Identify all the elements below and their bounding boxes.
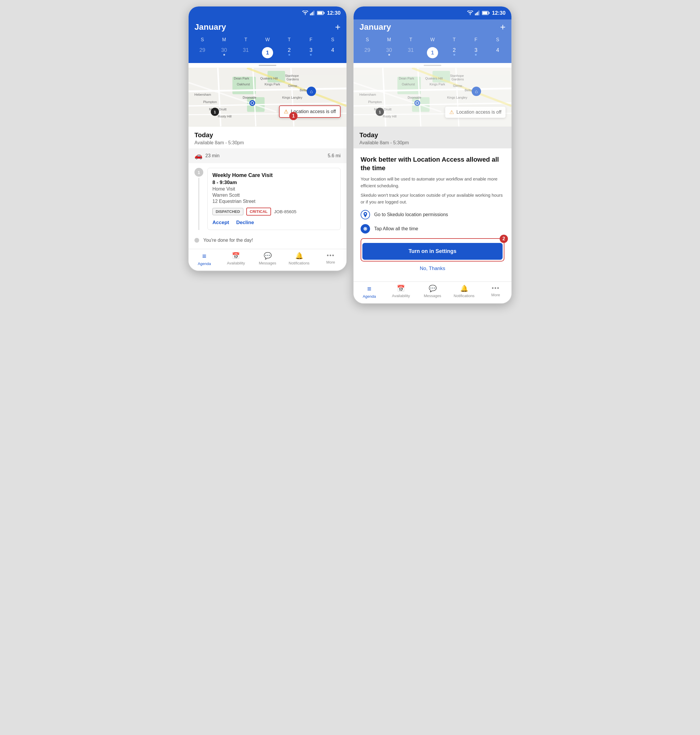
- more-icon: •••: [327, 252, 335, 259]
- svg-point-39: [251, 102, 253, 104]
- svg-text:Oakhurst: Oakhurst: [402, 82, 415, 86]
- battery-icon: [317, 11, 325, 15]
- badge-2: 2: [500, 235, 508, 243]
- day-s1: S: [191, 36, 213, 44]
- status-icons-right: [467, 10, 490, 15]
- availability-left: Available 8am - 5:30pm: [194, 140, 341, 145]
- status-icons-left: [302, 10, 325, 15]
- more-icon-right: •••: [492, 285, 500, 292]
- availability-icon-right: 📅: [397, 285, 405, 292]
- battery-icon-right: [482, 11, 490, 15]
- nav-notifications[interactable]: 🔔 Notifications: [284, 252, 315, 266]
- date-2[interactable]: 2: [278, 45, 300, 60]
- calendar-dates-left: 29 30 31 1 2 3 4: [191, 45, 344, 60]
- no-thanks-button[interactable]: No, Thanks: [360, 261, 504, 276]
- svg-rect-3: [313, 10, 314, 15]
- svg-text:Oakhurst: Oakhurst: [237, 82, 250, 86]
- done-dot: [194, 238, 199, 243]
- job-timeline: 1 Weekly Home Care Visit 8 - 9:30am Home…: [188, 163, 347, 235]
- agenda-icon: ≡: [202, 252, 206, 260]
- agenda-icon-right: ≡: [368, 285, 372, 293]
- nav-messages[interactable]: 💬 Messages: [251, 252, 283, 266]
- date-4[interactable]: 4: [322, 45, 344, 60]
- day-t2: T: [278, 36, 300, 44]
- availability-icon: 📅: [232, 252, 240, 260]
- svg-text:Stanhope: Stanhope: [285, 74, 299, 78]
- date-29[interactable]: 29: [191, 45, 213, 60]
- date-r-31: 31: [400, 45, 422, 60]
- nav-availability[interactable]: 📅 Availability: [220, 252, 251, 266]
- app-header-right: January +: [353, 19, 512, 36]
- day-m: M: [213, 36, 235, 44]
- svg-text:Quakers Hill: Quakers Hill: [425, 76, 443, 80]
- svg-text:Glenw..: Glenw..: [288, 84, 299, 88]
- today-section-left: Today Available 8am - 5:30pm: [188, 127, 347, 148]
- nav-agenda-right[interactable]: ≡ Agenda: [353, 285, 385, 299]
- drive-duration: 23 min: [205, 153, 219, 158]
- location-tooltip-right: ⚠ Location access is off: [445, 107, 506, 118]
- svg-rect-0: [310, 13, 311, 15]
- svg-text:Kings Park: Kings Park: [429, 82, 445, 86]
- map-section-left: Hebersham Plumpton Mount Druitt Rooty Hi…: [188, 68, 347, 127]
- svg-text:⌂: ⌂: [475, 89, 478, 94]
- svg-point-81: [365, 228, 366, 230]
- svg-rect-42: [477, 12, 478, 15]
- time-left: 12:30: [327, 10, 341, 16]
- map-svg: Hebersham Plumpton Mount Druitt Rooty Hi…: [188, 68, 347, 127]
- nav-agenda[interactable]: ≡ Agenda: [188, 252, 220, 266]
- svg-rect-6: [324, 12, 324, 14]
- svg-text:Kings Langley: Kings Langley: [282, 96, 303, 99]
- bottom-nav-right: ≡ Agenda 📅 Availability 💬 Messages 🔔 Not…: [353, 282, 512, 303]
- nav-notifications-right[interactable]: 🔔 Notifications: [449, 285, 480, 299]
- car-icon: 🚗: [194, 152, 202, 160]
- nav-availability-label: Availability: [227, 261, 245, 265]
- add-event-button-right[interactable]: +: [500, 22, 506, 32]
- turn-on-wrapper: 2 Turn on in Settings: [360, 238, 504, 261]
- job-title: Weekly Home Care Visit: [212, 172, 335, 179]
- svg-text:Dean Park: Dean Park: [399, 76, 414, 80]
- time-right: 12:30: [492, 10, 506, 16]
- messages-icon: 💬: [264, 252, 272, 260]
- modal-step-2: Tap Allow all the time: [360, 224, 504, 233]
- date-1-selected[interactable]: 1: [257, 45, 278, 60]
- timeline-left: 1: [194, 168, 203, 230]
- location-tooltip-text: Location access is off: [291, 109, 336, 114]
- notifications-icon-right: 🔔: [460, 285, 468, 292]
- svg-text:Plumpton: Plumpton: [203, 100, 217, 104]
- decline-button[interactable]: Decline: [236, 220, 254, 226]
- nav-more-label: More: [326, 260, 335, 264]
- svg-text:Doonside: Doonside: [408, 96, 421, 99]
- radio-filled-icon: [360, 224, 370, 233]
- nav-more-right[interactable]: ••• More: [480, 285, 512, 299]
- accept-button[interactable]: Accept: [212, 220, 229, 226]
- nav-availability-right[interactable]: 📅 Availability: [385, 285, 416, 299]
- svg-point-79: [416, 102, 418, 104]
- right-phone: 12:30 January + S M T W T F S 29 30 31 1: [353, 6, 512, 304]
- month-title-left: January: [194, 22, 226, 32]
- location-modal: Work better with Location Access allowed…: [353, 148, 512, 282]
- date-30[interactable]: 30: [213, 45, 235, 60]
- job-card[interactable]: Weekly Home Care Visit 8 - 9:30am Home V…: [207, 168, 341, 230]
- date-31[interactable]: 31: [235, 45, 257, 60]
- nav-messages-right[interactable]: 💬 Messages: [416, 285, 448, 299]
- done-row: You're done for the day!: [188, 235, 347, 249]
- turn-on-settings-button[interactable]: Turn on in Settings: [362, 243, 503, 260]
- location-pin-icon: [360, 210, 370, 219]
- job-address: 12 Equestrian Street: [212, 199, 335, 204]
- location-tooltip-left[interactable]: ⚠ Location access is off: [279, 106, 341, 118]
- nav-notifications-label-right: Notifications: [454, 293, 475, 298]
- date-3[interactable]: 3: [300, 45, 322, 60]
- badge-1: 1: [289, 112, 297, 120]
- add-event-button-left[interactable]: +: [335, 22, 341, 32]
- nav-more[interactable]: ••• More: [315, 252, 347, 266]
- date-r-30: 30: [378, 45, 400, 60]
- svg-text:Quakers Hill: Quakers Hill: [260, 76, 278, 80]
- signal-icon-right: [475, 10, 480, 15]
- svg-text:Dean Park: Dean Park: [234, 76, 249, 80]
- swipe-bar-right: [353, 63, 512, 68]
- svg-rect-40: [475, 13, 476, 15]
- svg-rect-41: [476, 13, 477, 15]
- nav-messages-label-right: Messages: [424, 293, 441, 298]
- done-text: You're done for the day!: [203, 238, 253, 243]
- step-1-text: Go to Skedulo location permissions: [374, 212, 448, 217]
